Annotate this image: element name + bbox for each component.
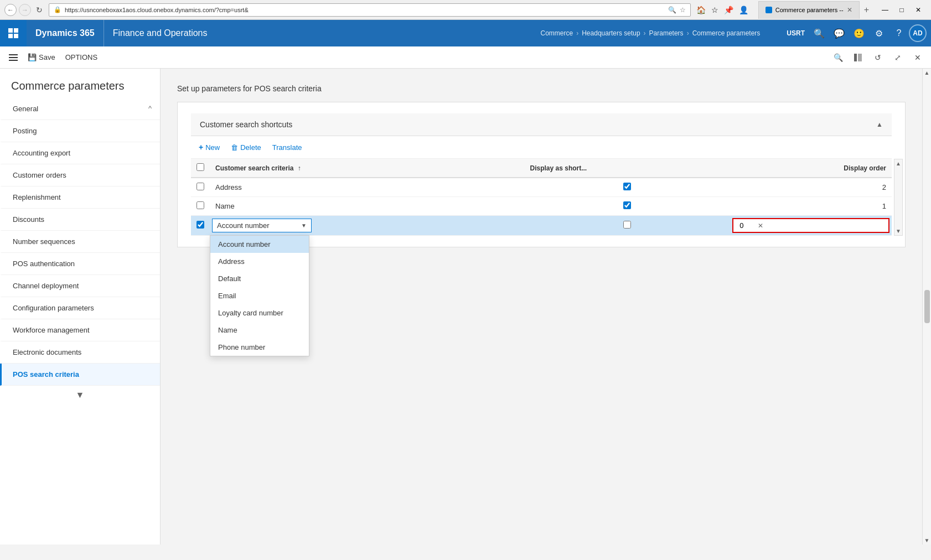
display-order-input[interactable] xyxy=(733,219,756,232)
apps-icon[interactable] xyxy=(0,20,27,46)
nav-collapse-button[interactable]: ^ xyxy=(144,102,156,113)
page-scroll-down-button[interactable]: ▼ xyxy=(924,537,930,543)
global-search-button[interactable]: 🔍 xyxy=(809,20,829,46)
home-icon[interactable]: 🏠 xyxy=(694,6,708,14)
row2-display-short-cell xyxy=(525,197,730,216)
page-title: Commerce parameters xyxy=(0,69,160,98)
bookmark-icon[interactable]: 📌 xyxy=(722,6,736,14)
shortcuts-collapse-button[interactable]: ▲ xyxy=(876,121,883,128)
table-scroll-down-button[interactable]: ▼ xyxy=(894,227,902,235)
hamburger-menu[interactable] xyxy=(4,49,22,66)
fav-icon[interactable]: ☆ xyxy=(709,6,721,14)
user-circle-icon[interactable]: 👤 xyxy=(737,6,751,14)
row2-checkbox[interactable] xyxy=(196,201,204,209)
settings-button[interactable]: ⚙ xyxy=(869,20,889,46)
table-scroll-up-button[interactable]: ▲ xyxy=(894,159,902,168)
panel-toggle-button[interactable] xyxy=(849,49,867,66)
breadcrumb-commerce[interactable]: Commerce xyxy=(541,29,573,37)
select-all-checkbox[interactable] xyxy=(196,163,204,171)
new-tab-button[interactable]: + xyxy=(860,1,873,19)
dropdown-item-loyalty-card[interactable]: Loyalty card number xyxy=(210,304,309,322)
refresh-toolbar-button[interactable]: ↺ xyxy=(869,49,887,66)
toolbar-search-button[interactable]: 🔍 xyxy=(829,49,847,66)
main-layout: Commerce parameters ^ General Posting Ac… xyxy=(0,69,931,545)
sidebar-item-discounts[interactable]: Discounts xyxy=(0,209,160,231)
row2-check-cell xyxy=(191,197,210,216)
row1-check-cell xyxy=(191,178,210,197)
row3-check-cell xyxy=(191,216,210,236)
sidebar-item-configuration-parameters[interactable]: Configuration parameters xyxy=(0,297,160,319)
dropdown-item-address[interactable]: Address xyxy=(210,253,309,270)
row3-display-short-cell xyxy=(525,216,730,236)
sidebar-item-replenishment[interactable]: Replenishment xyxy=(0,186,160,209)
svg-rect-6 xyxy=(9,60,18,61)
svg-rect-4 xyxy=(9,54,18,55)
shortcuts-table: Customer search criteria ↑ Display as sh… xyxy=(191,159,892,236)
setup-description: Set up parameters for POS search criteri… xyxy=(177,80,906,102)
delete-icon: 🗑 xyxy=(231,143,238,152)
dropdown-item-name[interactable]: Name xyxy=(210,322,309,339)
options-button[interactable]: OPTIONS xyxy=(61,49,102,66)
page-scroll-up-button[interactable]: ▲ xyxy=(924,70,930,76)
save-button[interactable]: 💾 Save xyxy=(23,49,60,66)
forward-button[interactable]: → xyxy=(19,4,31,16)
translate-button[interactable]: Translate xyxy=(267,141,308,154)
close-window-button[interactable]: ✕ xyxy=(910,4,927,15)
user-label: USRT xyxy=(782,29,809,37)
row2-display-short-checkbox[interactable] xyxy=(623,201,631,209)
scrollbar-thumb[interactable] xyxy=(924,290,930,323)
row3-checkbox[interactable] xyxy=(196,221,204,229)
dropdown-item-default[interactable]: Default xyxy=(210,270,309,287)
row1-checkbox[interactable] xyxy=(196,183,204,190)
sidebar-item-workforce-management[interactable]: Workforce management xyxy=(0,319,160,341)
sidebar-item-accounting-export[interactable]: Accounting export xyxy=(0,142,160,164)
sidebar-item-posting[interactable]: Posting xyxy=(0,120,160,142)
breadcrumb-commerce-params[interactable]: Commerce parameters xyxy=(692,29,761,37)
notifications-button[interactable]: 🙂 xyxy=(849,20,869,46)
lock-icon: 🔒 xyxy=(54,6,61,13)
delete-record-button[interactable]: 🗑 Delete xyxy=(225,141,267,154)
back-button[interactable]: ← xyxy=(4,4,17,16)
row3-display-short-checkbox[interactable] xyxy=(623,221,631,229)
sidebar-item-customer-orders[interactable]: Customer orders xyxy=(0,164,160,186)
row3-criteria-value: Account number xyxy=(213,219,297,232)
dropdown-item-email[interactable]: Email xyxy=(210,287,309,304)
row1-display-short-checkbox[interactable] xyxy=(623,183,631,190)
tab-close-button[interactable]: ✕ xyxy=(847,6,852,14)
toolbar: 💾 Save OPTIONS 🔍 ↺ ⤢ ✕ xyxy=(0,46,931,69)
sidebar-item-channel-deployment[interactable]: Channel deployment xyxy=(0,275,160,297)
chat-button[interactable]: 💬 xyxy=(829,20,849,46)
sidebar-item-pos-search-criteria[interactable]: POS search criteria xyxy=(0,364,160,386)
plus-icon: + xyxy=(199,143,203,152)
col-header-criteria: Customer search criteria ↑ xyxy=(210,159,525,178)
breadcrumb-hq-setup[interactable]: Headquarters setup xyxy=(582,29,640,37)
shortcuts-panel: Customer search shortcuts ▲ + + New New … xyxy=(177,102,906,247)
expand-button[interactable]: ⤢ xyxy=(889,49,907,66)
sidebar-item-electronic-documents[interactable]: Electronic documents xyxy=(0,341,160,364)
address-bar[interactable] xyxy=(65,7,665,13)
sidebar-item-number-sequences[interactable]: Number sequences xyxy=(0,231,160,253)
sidebar-item-pos-authentication[interactable]: POS authentication xyxy=(0,253,160,275)
dropdown-item-account-number[interactable]: Account number xyxy=(210,236,309,253)
user-avatar[interactable]: AD xyxy=(909,24,927,42)
sidebar-item-general[interactable]: General xyxy=(0,98,160,120)
row3-dropdown-chevron[interactable]: ▼ xyxy=(297,220,311,231)
refresh-button[interactable]: ↻ xyxy=(33,4,45,16)
clear-display-order-button[interactable]: ✕ xyxy=(756,221,766,231)
help-button[interactable]: ? xyxy=(889,20,909,46)
minimize-button[interactable]: — xyxy=(877,4,893,15)
nav-scroll-down-button[interactable]: ▼ xyxy=(76,390,85,400)
breadcrumb-parameters[interactable]: Parameters xyxy=(649,29,684,37)
new-record-button[interactable]: + + New New xyxy=(193,141,225,154)
col-header-check xyxy=(191,159,210,178)
svg-rect-0 xyxy=(8,28,13,33)
sort-icon[interactable]: ↑ xyxy=(298,164,301,172)
maximize-button[interactable]: □ xyxy=(893,4,910,15)
col-header-display-order: Display order xyxy=(730,159,892,178)
dropdown-item-phone[interactable]: Phone number xyxy=(210,339,309,356)
dynamics365-label[interactable]: Dynamics 365 xyxy=(27,20,104,46)
breadcrumb: + New Commerce › Headquarters setup › Pa… xyxy=(541,29,769,37)
row1-display-order-cell: 2 xyxy=(730,178,892,197)
close-panel-button[interactable]: ✕ xyxy=(909,49,927,66)
table-toolbar: + + New New 🗑 Delete Translate xyxy=(191,136,892,159)
